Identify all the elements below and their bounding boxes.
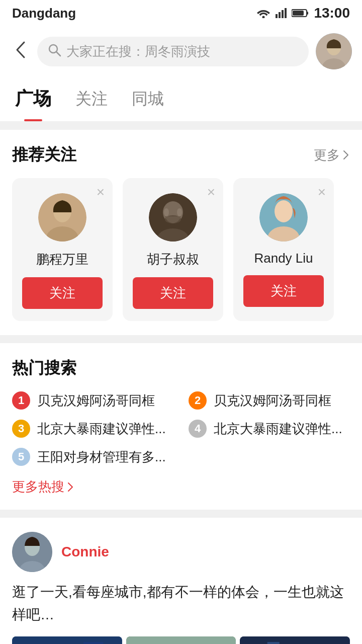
follow-button-1[interactable]: 关注 <box>133 277 213 309</box>
user-name-1: 胡子叔叔 <box>147 251 199 268</box>
time: 13:00 <box>314 5 350 21</box>
app-name: Dangdang <box>12 6 76 21</box>
hot-search-grid: 1 贝克汉姆阿汤哥同框 2 贝克汉姆阿汤哥同框 3 北京大暴雨建议弹性... 4… <box>12 391 350 496</box>
search-icon <box>47 43 61 60</box>
svg-point-0 <box>262 16 265 19</box>
user-avatar-1 <box>149 193 197 242</box>
svg-rect-7 <box>293 11 304 16</box>
post-image-2[interactable] <box>240 636 350 644</box>
hot-rank-1: 2 <box>189 391 207 410</box>
svg-rect-44 <box>267 642 280 644</box>
svg-point-23 <box>275 200 293 222</box>
svg-rect-4 <box>285 8 287 18</box>
recommend-more[interactable]: 更多 <box>314 146 350 164</box>
post-header: Connie <box>12 532 350 572</box>
tab-tongcheng[interactable]: 同城 <box>132 78 164 120</box>
post-username: Connie <box>61 544 109 560</box>
svg-rect-1 <box>276 14 278 18</box>
post-image-1[interactable] <box>126 636 236 644</box>
hot-text-4: 王阳对身材管理有多... <box>37 448 166 466</box>
user-name-0: 鹏程万里 <box>36 251 88 268</box>
svg-point-19 <box>164 208 169 216</box>
user-avatar-2 <box>259 193 308 242</box>
status-bar: Dangdang 13:00 <box>0 0 362 26</box>
follow-button-0[interactable]: 关注 <box>22 277 103 309</box>
svg-line-9 <box>56 52 60 56</box>
close-user-2[interactable]: × <box>318 185 326 199</box>
back-button[interactable] <box>10 40 30 62</box>
svg-rect-2 <box>279 12 281 18</box>
hot-text-0: 贝克汉姆阿汤哥同框 <box>37 392 155 410</box>
user-card-2: × Randy Liu 关注 <box>233 178 334 321</box>
search-placeholder: 大家正在搜：周冬雨演技 <box>66 43 210 60</box>
user-name-2: Randy Liu <box>254 251 313 266</box>
user-card-0: × 鹏程万里 关注 <box>12 178 113 321</box>
hot-item-4[interactable]: 5 王阳对身材管理有多... <box>12 448 173 466</box>
recommend-users-list: × 鹏程万里 关注 × <box>12 178 350 321</box>
svg-rect-41 <box>240 636 350 644</box>
hot-rank-2: 3 <box>12 420 30 438</box>
tab-guanzhu[interactable]: 关注 <box>75 78 108 120</box>
hot-item-0[interactable]: 1 贝克汉姆阿汤哥同框 <box>12 391 173 410</box>
close-user-1[interactable]: × <box>207 185 215 199</box>
hot-rank-3: 4 <box>189 420 207 438</box>
search-box[interactable]: 大家正在搜：周冬雨演技 <box>37 37 309 66</box>
post-user-avatar[interactable] <box>12 532 52 572</box>
hot-item-1[interactable]: 2 贝克汉姆阿汤哥同框 <box>189 391 350 410</box>
hot-search-title: 热门搜索 <box>12 357 76 379</box>
svg-rect-32 <box>83 642 103 644</box>
hot-search-section: 热门搜索 1 贝克汉姆阿汤哥同框 2 贝克汉姆阿汤哥同框 3 北京大暴雨建议弹性… <box>0 343 362 510</box>
recommend-title: 推荐关注 <box>12 144 76 166</box>
hot-text-3: 北京大暴雨建议弹性... <box>214 420 342 438</box>
svg-point-20 <box>177 208 182 216</box>
more-hot-link[interactable]: 更多热搜 <box>12 478 350 496</box>
svg-rect-34 <box>126 636 236 644</box>
signal-icon <box>276 8 287 18</box>
hot-item-3[interactable]: 4 北京大暴雨建议弹性... <box>189 420 350 438</box>
follow-button-2[interactable]: 关注 <box>243 275 324 307</box>
hot-rank-0: 1 <box>12 391 30 410</box>
hot-item-2[interactable]: 3 北京大暴雨建议弹性... <box>12 420 173 438</box>
post-image-0[interactable] <box>12 636 122 644</box>
tab-bar: 广场 关注 同城 <box>0 76 362 122</box>
hot-text-1: 贝克汉姆阿汤哥同框 <box>214 392 331 410</box>
user-card-1: × 胡子叔叔 关注 <box>123 178 223 321</box>
tab-guangchang[interactable]: 广场 <box>15 76 51 121</box>
recommend-section: 推荐关注 更多 × 鹏程万里 关注 × <box>0 130 362 335</box>
svg-rect-28 <box>12 636 122 644</box>
post-content: 逛了一天,看每座城市,都有不一样的体会，一生也就这样吧… <box>12 581 350 626</box>
search-row: 大家正在搜：周冬雨演技 <box>0 26 362 76</box>
recommend-header: 推荐关注 更多 <box>12 144 350 166</box>
battery-icon <box>292 9 309 18</box>
close-user-0[interactable]: × <box>97 185 105 199</box>
svg-rect-6 <box>307 12 308 15</box>
user-avatar-header[interactable] <box>316 33 352 69</box>
status-icons: 13:00 <box>256 5 350 21</box>
post-images <box>12 636 350 644</box>
wifi-icon <box>256 8 270 18</box>
hot-rank-4: 5 <box>12 448 30 466</box>
hot-text-2: 北京大暴雨建议弹性... <box>37 420 166 438</box>
svg-rect-3 <box>282 10 284 18</box>
user-avatar-0 <box>38 193 86 242</box>
hot-search-header: 热门搜索 <box>12 357 350 379</box>
post-card: Connie 逛了一天,看每座城市,都有不一样的体会，一生也就这样吧… <box>0 518 362 644</box>
